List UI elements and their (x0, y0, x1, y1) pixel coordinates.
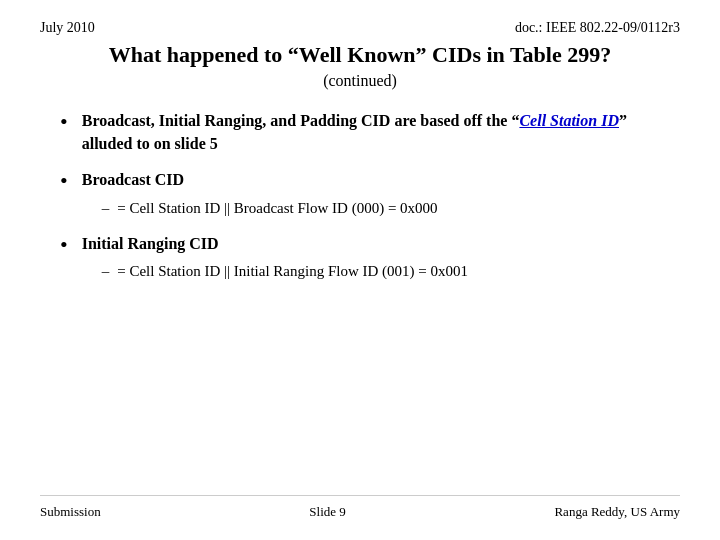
bullet-dot-3: • (60, 231, 68, 260)
sub-bullet-item-2: – = Cell Station ID || Initial Ranging F… (82, 261, 468, 282)
header: July 2010 doc.: IEEE 802.22-09/0112r3 (40, 20, 680, 36)
content-area: • Broadcast, Initial Ranging, and Paddin… (40, 110, 680, 495)
footer: Submission Slide 9 Ranga Reddy, US Army (40, 495, 680, 520)
header-doc: doc.: IEEE 802.22-09/0112r3 (515, 20, 680, 36)
sub-bullet-item: – = Cell Station ID || Broadcast Flow ID… (82, 198, 438, 219)
sub-bullet-text-2: = Cell Station ID || Broadcast Flow ID (… (117, 198, 437, 219)
list-item: • Broadcast, Initial Ranging, and Paddin… (60, 110, 680, 155)
bullet-2-heading: Broadcast CID (82, 171, 184, 188)
footer-slide-number: Slide 9 (309, 504, 345, 520)
bullet-text-1: Broadcast, Initial Ranging, and Padding … (82, 110, 680, 155)
bullet-text-2: Broadcast CID – = Cell Station ID || Bro… (82, 169, 438, 218)
bullet-text-3: Initial Ranging CID – = Cell Station ID … (82, 233, 468, 282)
sub-dash: – (102, 198, 110, 219)
list-item: • Initial Ranging CID – = Cell Station I… (60, 233, 680, 282)
bullet-dot-2: • (60, 167, 68, 196)
list-item: • Broadcast CID – = Cell Station ID || B… (60, 169, 680, 218)
header-date: July 2010 (40, 20, 95, 36)
bullet-1-text-bold: Broadcast, Initial Ranging, and Padding … (82, 112, 627, 151)
footer-submission: Submission (40, 504, 101, 520)
bullet-3-heading: Initial Ranging CID (82, 235, 219, 252)
sub-dash-2: – (102, 261, 110, 282)
slide: July 2010 doc.: IEEE 802.22-09/0112r3 Wh… (0, 0, 720, 540)
sub-bullet-text-3: = Cell Station ID || Initial Ranging Flo… (117, 261, 468, 282)
cell-station-link: Cell Station ID (519, 112, 619, 129)
slide-subtitle: (continued) (40, 72, 680, 90)
slide-title: What happened to “Well Known” CIDs in Ta… (40, 42, 680, 68)
footer-author: Ranga Reddy, US Army (554, 504, 680, 520)
bullet-dot: • (60, 108, 68, 137)
